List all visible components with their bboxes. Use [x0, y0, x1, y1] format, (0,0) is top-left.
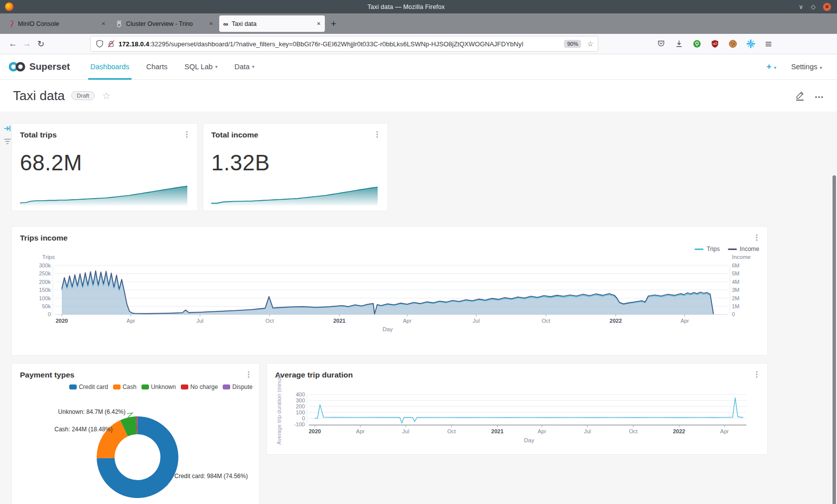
shield-icon[interactable]: [95, 39, 104, 48]
url-path: :32295/superset/dashboard/1/?native_filt…: [149, 40, 523, 48]
total-trips-card: Total trips 68.2M: [12, 124, 197, 211]
chart-menu-icon[interactable]: [753, 234, 760, 242]
forward-button[interactable]: →: [20, 39, 34, 49]
svg-text:Oct: Oct: [447, 428, 456, 434]
superset-header: Superset Dashboards Charts SQL Lab▾ Data…: [0, 54, 837, 80]
svg-text:Oct: Oct: [629, 428, 637, 434]
chart-title: Total trips: [20, 130, 183, 139]
pie-legend[interactable]: Credit card Cash Unknown No charge Dispu…: [69, 383, 253, 390]
chart-title: Total income: [211, 130, 374, 139]
nav-charts[interactable]: Charts: [138, 54, 176, 79]
new-tab-button[interactable]: +: [331, 18, 336, 29]
insecure-lock-icon[interactable]: [107, 39, 116, 48]
privacy-extension-icon[interactable]: [693, 39, 701, 48]
page-title: Taxi data: [13, 88, 65, 104]
more-options-icon[interactable]: [814, 91, 824, 100]
svg-text:Apr: Apr: [356, 428, 365, 434]
settings-menu[interactable]: Settings▾: [791, 63, 822, 71]
tab-close-icon[interactable]: ✕: [317, 21, 321, 26]
svg-text:0: 0: [732, 311, 735, 317]
tab-label: Cluster Overview - Trino: [126, 20, 206, 27]
svg-text:Jul: Jul: [402, 428, 409, 434]
legend-swatch-cash: [113, 384, 121, 389]
svg-text:Cash: 244M (18.48%): Cash: 244M (18.48%): [54, 426, 113, 433]
chart-title: Trips income: [20, 234, 753, 243]
window-close-icon[interactable]: ✕: [823, 3, 831, 11]
svg-text:Day: Day: [383, 326, 393, 332]
chart-menu-icon[interactable]: [374, 130, 381, 138]
trend-sparkline: [18, 182, 190, 207]
svg-text:300: 300: [296, 397, 305, 403]
main-nav: Dashboards Charts SQL Lab▾ Data▾: [82, 54, 263, 79]
chevron-down-icon: ▾: [774, 65, 777, 70]
tab-label: Taxi data: [232, 20, 314, 27]
add-new-button[interactable]: +▾: [767, 62, 776, 72]
trips-income-plot: 300k6M250k5M200k4M150k3M100k2M50k1M00Tri…: [20, 252, 759, 341]
tab-label: MinIO Console: [18, 20, 99, 27]
svg-text:Income: Income: [732, 254, 751, 260]
asterisk-extension-icon[interactable]: [746, 39, 755, 48]
payment-types-card: Payment types Credit card Cash Unknown N…: [12, 364, 259, 504]
bookmark-star-icon[interactable]: ☆: [587, 40, 593, 48]
svg-text:Jul: Jul: [584, 428, 591, 434]
svg-text:2022: 2022: [610, 318, 622, 324]
trino-bunny-icon: [116, 20, 123, 27]
legend-swatch-unknown: [141, 384, 149, 389]
total-income-card: Total income 1.32B: [203, 124, 388, 211]
pocket-icon[interactable]: [657, 39, 666, 48]
nav-data[interactable]: Data▾: [226, 54, 263, 79]
cookie-extension-icon[interactable]: [728, 39, 737, 48]
legend-swatch-income: [728, 249, 737, 250]
url-text[interactable]: 172.18.0.4:32295/superset/dashboard/1/?n…: [119, 40, 524, 48]
tab-minio-console[interactable]: MinIO Console ✕: [4, 15, 110, 32]
svg-text:Apr: Apr: [538, 428, 546, 434]
chart-menu-icon[interactable]: [753, 371, 760, 378]
legend-swatch-trips: [695, 249, 703, 250]
edit-dashboard-button[interactable]: [795, 91, 804, 101]
expand-filter-bar-icon[interactable]: [3, 125, 12, 132]
favorite-star-icon[interactable]: ☆: [102, 90, 111, 102]
url-bar[interactable]: 172.18.0.4:32295/superset/dashboard/1/?n…: [91, 36, 598, 51]
svg-text:Apr: Apr: [681, 318, 689, 324]
download-icon[interactable]: [675, 39, 684, 48]
tab-close-icon[interactable]: ✕: [209, 21, 213, 26]
page-zoom-badge[interactable]: 90%: [564, 40, 581, 48]
chart-menu-icon[interactable]: [245, 371, 252, 378]
svg-text:Trips: Trips: [42, 254, 55, 260]
big-number-value: 68.2M: [20, 150, 197, 175]
back-button[interactable]: ←: [6, 39, 20, 49]
hamburger-menu-icon[interactable]: [764, 40, 773, 48]
reload-button[interactable]: ↻: [34, 39, 48, 49]
window-minimize-icon[interactable]: ∨: [799, 3, 803, 10]
svg-text:Day: Day: [524, 437, 535, 443]
svg-text:2022: 2022: [673, 428, 685, 434]
big-number-value: 1.32B: [211, 150, 388, 175]
chart-menu-icon[interactable]: [183, 130, 190, 138]
status-badge: Draft: [71, 91, 95, 100]
chart-legend[interactable]: Trips Income: [695, 246, 759, 252]
trend-sparkline: [209, 182, 381, 207]
tab-taxi-data[interactable]: ∞ Taxi data ✕: [219, 15, 325, 32]
nav-dashboards[interactable]: Dashboards: [82, 54, 138, 79]
window-title: Taxi data — Mozilla Firefox: [13, 3, 799, 10]
duration-plot: 4003002001000-100Average trip duration (…: [273, 383, 759, 449]
payment-donut-chart: Unknown: 84.7M (6.42%)Cash: 244M (18.48%…: [17, 405, 251, 504]
svg-text:250k: 250k: [39, 270, 51, 276]
superset-logo[interactable]: [8, 61, 26, 72]
nav-sql-lab[interactable]: SQL Lab▾: [176, 54, 226, 79]
svg-text:200: 200: [296, 403, 305, 409]
window-maximize-icon[interactable]: ◇: [811, 3, 816, 10]
ublock-icon[interactable]: uO: [710, 39, 719, 48]
svg-text:Jul: Jul: [473, 318, 480, 324]
svg-text:Credit card: 984M (74.56%): Credit card: 984M (74.56%): [174, 473, 248, 480]
svg-text:200k: 200k: [39, 279, 51, 285]
tab-trino[interactable]: Cluster Overview - Trino ✕: [112, 15, 217, 32]
superset-brand[interactable]: Superset: [29, 61, 70, 72]
page-scrollbar[interactable]: [833, 175, 836, 504]
svg-text:150k: 150k: [39, 287, 51, 293]
chevron-down-icon: ▾: [820, 65, 822, 70]
dashboard-header: Taxi data Draft ☆: [0, 80, 837, 112]
svg-text:2021: 2021: [333, 318, 345, 324]
filter-icon[interactable]: [3, 137, 12, 145]
tab-close-icon[interactable]: ✕: [102, 21, 106, 26]
